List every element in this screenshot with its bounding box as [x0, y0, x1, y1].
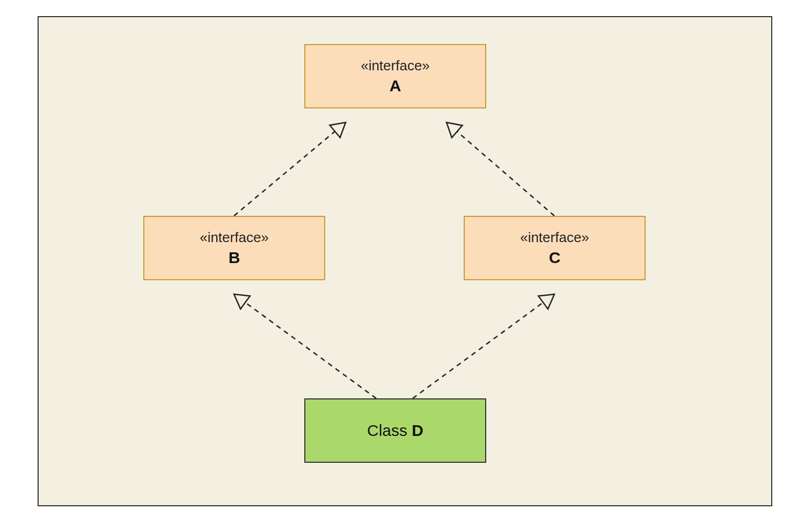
diagram-canvas: «interface» A «interface» B «interface» …: [0, 0, 812, 524]
interface-b-name: B: [229, 248, 240, 268]
realization-edge-b-a: [234, 132, 335, 216]
realization-arrowhead-b-a: [330, 122, 346, 137]
realization-edge-c-a: [457, 132, 554, 216]
interface-c-name: C: [549, 248, 561, 268]
realization-arrowhead-c-a: [447, 122, 462, 137]
diagram-frame: «interface» A «interface» B «interface» …: [38, 16, 772, 506]
class-d-node: Class D: [304, 398, 486, 463]
interface-a-node: «interface» A: [304, 44, 486, 108]
interface-a-name: A: [390, 76, 401, 96]
interface-b-stereotype: «interface»: [200, 229, 269, 246]
realization-edge-d-c: [413, 302, 543, 398]
class-d-label: Class D: [367, 420, 423, 441]
interface-a-stereotype: «interface»: [361, 57, 430, 75]
interface-c-node: «interface» C: [464, 216, 646, 280]
class-d-label-prefix: Class: [367, 421, 412, 439]
class-d-name: D: [412, 421, 423, 439]
realization-arrowhead-d-c: [538, 294, 554, 309]
realization-arrowhead-d-b: [234, 294, 250, 309]
realization-edge-d-b: [245, 302, 376, 398]
interface-c-stereotype: «interface»: [520, 229, 589, 246]
interface-b-node: «interface» B: [143, 216, 325, 280]
